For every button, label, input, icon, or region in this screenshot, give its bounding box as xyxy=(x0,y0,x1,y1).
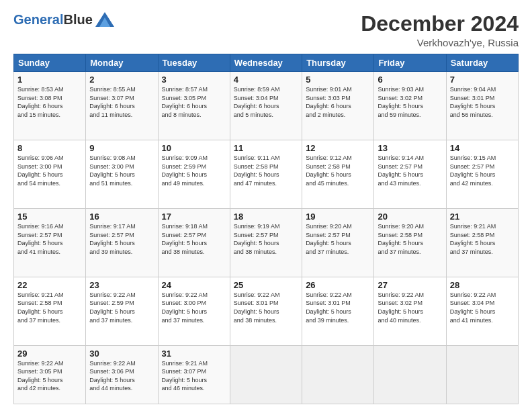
col-friday: Friday xyxy=(374,54,446,72)
day-info: Sunrise: 8:55 AMSunset: 3:07 PMDaylight:… xyxy=(89,85,154,119)
day-info: Sunrise: 9:11 AMSunset: 2:58 PMDaylight:… xyxy=(234,154,298,187)
day-number: 24 xyxy=(162,280,226,290)
col-sunday: Sunday xyxy=(14,54,86,72)
day-2: 2 Sunrise: 8:55 AMSunset: 3:07 PMDayligh… xyxy=(86,72,158,140)
day-number: 28 xyxy=(450,280,515,290)
day-info: Sunrise: 9:16 AMSunset: 2:57 PMDaylight:… xyxy=(17,222,82,256)
day-21: 21 Sunrise: 9:21 AMSunset: 2:58 PMDaylig… xyxy=(446,208,518,277)
day-12: 12 Sunrise: 9:12 AMSunset: 2:58 PMDaylig… xyxy=(302,140,374,209)
day-info: Sunrise: 9:22 AMSunset: 3:04 PMDaylight:… xyxy=(450,291,515,324)
day-30: 30 Sunrise: 9:22 AMSunset: 3:06 PMDaylig… xyxy=(86,345,158,404)
table-row: 15 Sunrise: 9:16 AMSunset: 2:57 PMDaylig… xyxy=(14,208,519,277)
day-number: 11 xyxy=(234,143,298,153)
day-number: 25 xyxy=(234,280,298,290)
day-23: 23 Sunrise: 9:22 AMSunset: 2:59 PMDaylig… xyxy=(86,277,158,345)
day-info: Sunrise: 8:59 AMSunset: 3:04 PMDaylight:… xyxy=(234,85,298,119)
day-number: 9 xyxy=(89,143,154,153)
day-info: Sunrise: 8:53 AMSunset: 3:08 PMDaylight:… xyxy=(17,85,82,119)
day-info: Sunrise: 9:15 AMSunset: 2:57 PMDaylight:… xyxy=(450,154,515,187)
day-6: 6 Sunrise: 9:03 AMSunset: 3:02 PMDayligh… xyxy=(374,72,446,140)
day-number: 10 xyxy=(162,143,226,153)
day-26: 26 Sunrise: 9:22 AMSunset: 3:01 PMDaylig… xyxy=(302,277,374,345)
day-info: Sunrise: 9:20 AMSunset: 2:57 PMDaylight:… xyxy=(306,222,370,256)
day-10: 10 Sunrise: 9:09 AMSunset: 2:59 PMDaylig… xyxy=(158,140,230,209)
logo-icon xyxy=(95,12,114,27)
logo: GeneralBlue xyxy=(13,12,114,27)
day-number: 8 xyxy=(17,143,82,153)
table-row: 29 Sunrise: 9:22 AMSunset: 3:05 PMDaylig… xyxy=(14,345,519,404)
day-info: Sunrise: 9:22 AMSunset: 3:05 PMDaylight:… xyxy=(17,359,82,393)
table-row: 22 Sunrise: 9:21 AMSunset: 2:58 PMDaylig… xyxy=(14,277,519,345)
day-number: 7 xyxy=(450,75,515,85)
day-info: Sunrise: 9:01 AMSunset: 3:03 PMDaylight:… xyxy=(306,85,370,119)
day-number: 16 xyxy=(89,212,154,222)
table-row: 1 Sunrise: 8:53 AMSunset: 3:08 PMDayligh… xyxy=(14,72,519,140)
day-number: 22 xyxy=(17,280,82,290)
day-info: Sunrise: 9:12 AMSunset: 2:58 PMDaylight:… xyxy=(306,154,370,187)
day-number: 18 xyxy=(234,212,298,222)
day-number: 2 xyxy=(89,75,154,85)
col-thursday: Thursday xyxy=(302,54,374,72)
day-number: 20 xyxy=(378,212,442,222)
day-number: 31 xyxy=(162,349,226,359)
day-number: 12 xyxy=(306,143,370,153)
day-4: 4 Sunrise: 8:59 AMSunset: 3:04 PMDayligh… xyxy=(230,72,302,140)
day-5: 5 Sunrise: 9:01 AMSunset: 3:03 PMDayligh… xyxy=(302,72,374,140)
day-number: 6 xyxy=(378,75,442,85)
day-info: Sunrise: 9:18 AMSunset: 2:57 PMDaylight:… xyxy=(162,222,226,256)
table-row: 8 Sunrise: 9:06 AMSunset: 3:00 PMDayligh… xyxy=(14,140,519,209)
day-16: 16 Sunrise: 9:17 AMSunset: 2:57 PMDaylig… xyxy=(86,208,158,277)
day-info: Sunrise: 9:08 AMSunset: 3:00 PMDaylight:… xyxy=(89,154,154,187)
day-31: 31 Sunrise: 9:21 AMSunset: 3:07 PMDaylig… xyxy=(158,345,230,404)
logo-blue: Blue xyxy=(63,12,92,27)
day-info: Sunrise: 9:22 AMSunset: 3:02 PMDaylight:… xyxy=(378,291,442,324)
day-19: 19 Sunrise: 9:20 AMSunset: 2:57 PMDaylig… xyxy=(302,208,374,277)
logo-general: General xyxy=(13,12,63,27)
day-18: 18 Sunrise: 9:19 AMSunset: 2:57 PMDaylig… xyxy=(230,208,302,277)
day-info: Sunrise: 9:21 AMSunset: 2:58 PMDaylight:… xyxy=(17,291,82,324)
col-saturday: Saturday xyxy=(446,54,518,72)
day-13: 13 Sunrise: 9:14 AMSunset: 2:57 PMDaylig… xyxy=(374,140,446,209)
day-info: Sunrise: 9:17 AMSunset: 2:57 PMDaylight:… xyxy=(89,222,154,256)
day-7: 7 Sunrise: 9:04 AMSunset: 3:01 PMDayligh… xyxy=(446,72,518,140)
day-24: 24 Sunrise: 9:22 AMSunset: 3:00 PMDaylig… xyxy=(158,277,230,345)
day-28: 28 Sunrise: 9:22 AMSunset: 3:04 PMDaylig… xyxy=(446,277,518,345)
day-info: Sunrise: 9:22 AMSunset: 2:59 PMDaylight:… xyxy=(89,291,154,324)
empty-cell xyxy=(302,345,374,404)
day-number: 4 xyxy=(234,75,298,85)
day-number: 3 xyxy=(162,75,226,85)
day-info: Sunrise: 9:22 AMSunset: 3:01 PMDaylight:… xyxy=(234,291,298,324)
col-wednesday: Wednesday xyxy=(230,54,302,72)
day-27: 27 Sunrise: 9:22 AMSunset: 3:02 PMDaylig… xyxy=(374,277,446,345)
day-info: Sunrise: 9:21 AMSunset: 3:07 PMDaylight:… xyxy=(162,359,226,393)
day-number: 29 xyxy=(17,349,82,359)
day-29: 29 Sunrise: 9:22 AMSunset: 3:05 PMDaylig… xyxy=(14,345,86,404)
month-year: December 2024 xyxy=(361,12,519,36)
day-number: 17 xyxy=(162,212,226,222)
empty-cell xyxy=(446,345,518,404)
day-3: 3 Sunrise: 8:57 AMSunset: 3:05 PMDayligh… xyxy=(158,72,230,140)
day-number: 19 xyxy=(306,212,370,222)
day-11: 11 Sunrise: 9:11 AMSunset: 2:58 PMDaylig… xyxy=(230,140,302,209)
day-9: 9 Sunrise: 9:08 AMSunset: 3:00 PMDayligh… xyxy=(86,140,158,209)
day-number: 5 xyxy=(306,75,370,85)
col-tuesday: Tuesday xyxy=(158,54,230,72)
day-info: Sunrise: 9:19 AMSunset: 2:57 PMDaylight:… xyxy=(234,222,298,256)
day-14: 14 Sunrise: 9:15 AMSunset: 2:57 PMDaylig… xyxy=(446,140,518,209)
day-info: Sunrise: 8:57 AMSunset: 3:05 PMDaylight:… xyxy=(162,85,226,119)
day-1: 1 Sunrise: 8:53 AMSunset: 3:08 PMDayligh… xyxy=(14,72,86,140)
day-number: 1 xyxy=(17,75,82,85)
day-info: Sunrise: 9:04 AMSunset: 3:01 PMDaylight:… xyxy=(450,85,515,119)
day-info: Sunrise: 9:22 AMSunset: 3:01 PMDaylight:… xyxy=(306,291,370,324)
day-number: 23 xyxy=(89,280,154,290)
day-17: 17 Sunrise: 9:18 AMSunset: 2:57 PMDaylig… xyxy=(158,208,230,277)
day-info: Sunrise: 9:22 AMSunset: 3:06 PMDaylight:… xyxy=(89,359,154,393)
header: GeneralBlue December 2024 Verkhovazh'ye,… xyxy=(13,12,519,48)
day-number: 13 xyxy=(378,143,442,153)
empty-cell xyxy=(374,345,446,404)
day-number: 21 xyxy=(450,212,515,222)
day-number: 27 xyxy=(378,280,442,290)
day-number: 26 xyxy=(306,280,370,290)
calendar-table: Sunday Monday Tuesday Wednesday Thursday… xyxy=(13,54,519,404)
day-22: 22 Sunrise: 9:21 AMSunset: 2:58 PMDaylig… xyxy=(14,277,86,345)
